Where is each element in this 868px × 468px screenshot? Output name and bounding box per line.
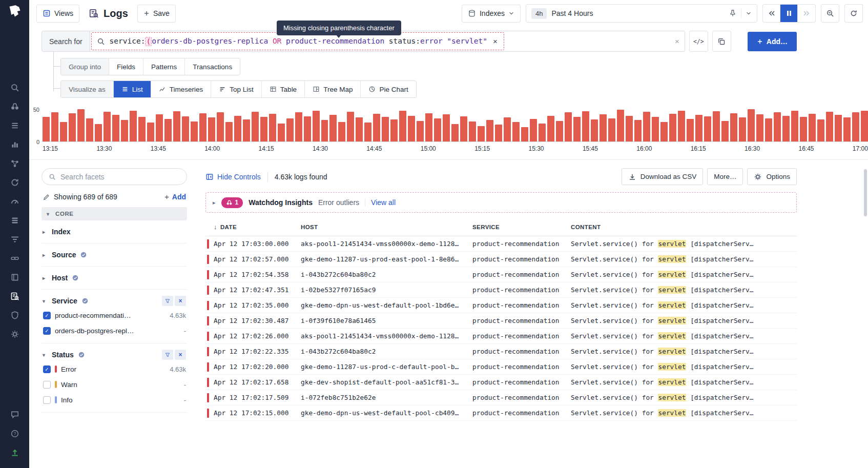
- histogram-bar[interactable]: [286, 118, 294, 141]
- sidebar-item-integrations[interactable]: [0, 249, 29, 268]
- histogram-bar[interactable]: [173, 111, 180, 141]
- histogram-bar[interactable]: [399, 111, 406, 141]
- histogram-bar[interactable]: [373, 114, 380, 141]
- histogram-bar[interactable]: [643, 112, 650, 141]
- log-row[interactable]: Apr 12 17:02:20.000gke-demo-11287-us-pro…: [205, 359, 797, 375]
- histogram-bar[interactable]: [69, 113, 76, 141]
- histogram-bar[interactable]: [826, 112, 833, 141]
- histogram-bar[interactable]: [356, 117, 363, 141]
- viz-tab-timeseries[interactable]: Timeseries: [151, 81, 212, 97]
- histogram-bar[interactable]: [390, 119, 398, 141]
- raw-query-button[interactable]: </>: [689, 31, 708, 52]
- forward-button[interactable]: [798, 5, 815, 22]
- download-csv-button[interactable]: Download as CSV: [622, 168, 704, 185]
- histogram-bar[interactable]: [147, 123, 154, 141]
- histogram-bar[interactable]: [495, 125, 502, 141]
- facet-header-source[interactable]: ▸Source: [43, 248, 186, 261]
- histogram-bar[interactable]: [547, 116, 554, 141]
- histogram-bar[interactable]: [861, 111, 868, 141]
- histogram-bar[interactable]: [756, 114, 763, 141]
- histogram-bar[interactable]: [347, 112, 354, 141]
- histogram-bar[interactable]: [617, 110, 624, 141]
- histogram-bar[interactable]: [809, 114, 816, 141]
- chevron-down-icon[interactable]: [746, 10, 752, 16]
- histogram-bar[interactable]: [51, 112, 58, 141]
- facet-filter-button[interactable]: [162, 350, 173, 360]
- histogram-bar[interactable]: [321, 120, 328, 141]
- histogram-bar[interactable]: [730, 113, 737, 141]
- facet-clear-button[interactable]: ×: [175, 296, 186, 306]
- facet-clear-button[interactable]: ×: [175, 350, 186, 360]
- view-all-link[interactable]: View all: [371, 198, 396, 207]
- facet-value-row[interactable]: ✓product-recommendati…4.63k: [43, 308, 186, 323]
- histogram-bar[interactable]: [164, 119, 172, 141]
- histogram-bar[interactable]: [652, 117, 659, 141]
- histogram-bar[interactable]: [704, 116, 711, 141]
- host-column-header[interactable]: HOST: [301, 224, 472, 230]
- viz-tab-tree-map[interactable]: Tree Map: [305, 81, 361, 97]
- facet-value-row[interactable]: Warn-: [43, 377, 186, 392]
- sidebar-item-upload[interactable]: [0, 443, 29, 462]
- histogram-bar[interactable]: [443, 114, 450, 141]
- sidebar-item-chat[interactable]: [0, 405, 29, 424]
- histogram-bar[interactable]: [191, 121, 198, 141]
- histogram-bar[interactable]: [573, 117, 581, 141]
- histogram-bar[interactable]: [634, 120, 642, 141]
- viz-tab-pie-chart[interactable]: Pie Chart: [361, 81, 416, 97]
- histogram-bar[interactable]: [43, 117, 50, 141]
- histogram-bar[interactable]: [112, 115, 119, 141]
- facet-value-row[interactable]: ✓Error4.63k: [43, 361, 186, 377]
- sidebar-item-watchdog[interactable]: [0, 97, 29, 116]
- histogram-bar[interactable]: [530, 119, 537, 141]
- tab-transactions[interactable]: Transactions: [185, 58, 240, 75]
- histogram-bar[interactable]: [313, 111, 320, 141]
- histogram-bar[interactable]: [138, 117, 146, 141]
- log-row[interactable]: Apr 12 17:02:17.658gke-dev-shopist-defau…: [205, 375, 797, 390]
- sidebar-item-logs[interactable]: [0, 287, 29, 306]
- facet-value-row[interactable]: ✓orders-db-postgres-repl…-: [43, 323, 186, 338]
- sidebar-item-notebooks[interactable]: [0, 268, 29, 287]
- histogram-bar[interactable]: [95, 124, 102, 141]
- add-facet-button[interactable]: Add: [164, 193, 186, 201]
- histogram-bar[interactable]: [234, 116, 241, 141]
- tab-fields[interactable]: Fields: [109, 58, 143, 75]
- pause-button[interactable]: [780, 5, 798, 22]
- histogram-bar[interactable]: [243, 119, 250, 141]
- options-button[interactable]: Options: [747, 168, 797, 185]
- histogram-bar[interactable]: [582, 111, 589, 141]
- histogram-bar[interactable]: [252, 112, 259, 141]
- histogram-bar[interactable]: [329, 115, 337, 141]
- viz-tab-list[interactable]: List: [114, 81, 151, 97]
- indexes-dropdown[interactable]: Indexes: [462, 5, 521, 23]
- histogram-bar[interactable]: [739, 117, 746, 141]
- histogram-bar[interactable]: [130, 111, 137, 141]
- sidebar-item-infrastructure[interactable]: [0, 211, 29, 230]
- histogram-bar[interactable]: [695, 115, 702, 141]
- histogram-bar[interactable]: [460, 116, 467, 141]
- histogram-bar[interactable]: [774, 112, 781, 141]
- sidebar-item-dashboards[interactable]: [0, 192, 29, 211]
- histogram-bar[interactable]: [512, 122, 520, 141]
- clear-query-button[interactable]: ×: [492, 37, 499, 46]
- facet-header-host[interactable]: ▸Host: [43, 271, 186, 284]
- pin-icon[interactable]: [729, 9, 737, 17]
- histogram-bar[interactable]: [660, 122, 668, 141]
- histogram-bar[interactable]: [835, 115, 842, 141]
- histogram-bar[interactable]: [800, 117, 807, 141]
- histogram-bar[interactable]: [600, 114, 607, 141]
- sidebar-item-synthetics[interactable]: [0, 173, 29, 192]
- histogram-bar[interactable]: [60, 122, 67, 141]
- sidebar-item-security[interactable]: [0, 306, 29, 324]
- histogram-bar[interactable]: [182, 116, 189, 141]
- histogram-bar[interactable]: [417, 121, 424, 141]
- log-row[interactable]: Apr 12 17:02:35.000gke-demo-dpn-us-west-…: [205, 298, 797, 313]
- time-range-picker[interactable]: 4h Past 4 Hours: [526, 4, 757, 23]
- histogram-bar[interactable]: [721, 121, 729, 141]
- scrollbar[interactable]: [864, 169, 867, 216]
- histogram-bar[interactable]: [217, 112, 224, 141]
- save-button[interactable]: Save: [137, 5, 176, 23]
- checkbox-checked[interactable]: ✓: [43, 365, 51, 373]
- histogram-bar[interactable]: [295, 112, 302, 141]
- sidebar-item-search[interactable]: [0, 78, 29, 97]
- search-bar-space[interactable]: [505, 31, 670, 51]
